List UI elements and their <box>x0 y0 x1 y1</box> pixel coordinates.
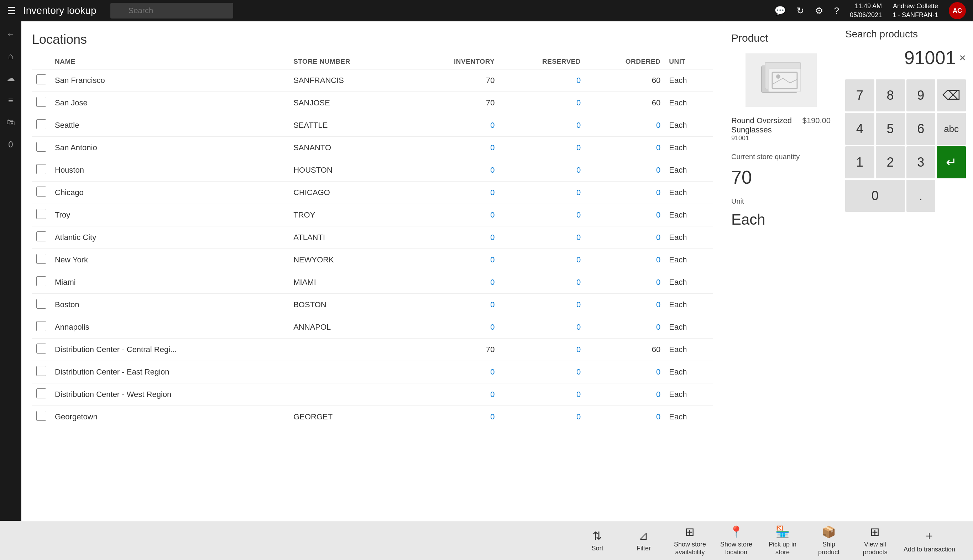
row-inventory: 0 <box>409 159 499 182</box>
row-checkbox[interactable] <box>36 388 46 398</box>
settings-icon[interactable]: ⚙ <box>815 5 823 17</box>
topbar-right: 💬 ↻ ⚙ ? 11:49 AM 05/06/2021 Andrew Colle… <box>774 2 966 20</box>
pick-up-in-store-button[interactable]: 🏪 Pick up instore <box>761 523 804 558</box>
row-check-cell[interactable] <box>32 338 50 361</box>
sort-button[interactable]: ⇅ Sort <box>576 523 619 558</box>
ship-icon: 📦 <box>822 525 836 538</box>
pickup-icon: 🏪 <box>775 525 790 538</box>
user-avatar[interactable]: AC <box>949 2 966 19</box>
row-checkbox[interactable] <box>36 343 46 353</box>
row-check-cell[interactable] <box>32 204 50 227</box>
row-checkbox[interactable] <box>36 187 46 197</box>
row-reserved: 0 <box>499 294 585 316</box>
sort-label: Sort <box>591 545 603 553</box>
show-store-location-button[interactable]: 📍 Show storelocation <box>715 523 758 558</box>
row-check-cell[interactable] <box>32 316 50 338</box>
numpad-5[interactable]: 5 <box>876 113 905 145</box>
numpad-0[interactable]: 0 <box>845 180 905 212</box>
table-row: San Jose SANJOSE 70 0 60 Each <box>32 92 713 114</box>
numpad-9[interactable]: 9 <box>906 79 936 112</box>
bag-icon: 🛍 <box>7 117 15 127</box>
numpad-close-icon[interactable]: × <box>959 51 966 65</box>
numpad-1[interactable]: 1 <box>845 146 875 178</box>
row-reserved: 0 <box>499 69 585 92</box>
filter-icon: ⊿ <box>639 529 648 543</box>
numpad-title: Search products <box>845 28 966 40</box>
sidebar-item-back[interactable]: ← <box>2 25 20 43</box>
row-check-cell[interactable] <box>32 92 50 114</box>
row-check-cell[interactable] <box>32 271 50 294</box>
row-reserved: 0 <box>499 361 585 383</box>
row-store-number: BOSTON <box>289 294 409 316</box>
refresh-icon[interactable]: ↻ <box>796 5 804 17</box>
col-store-number: STORE NUMBER <box>289 54 409 69</box>
row-checkbox[interactable] <box>36 142 46 152</box>
numpad-enter[interactable]: ↵ <box>937 146 966 178</box>
user-name: Andrew Collette <box>893 2 938 11</box>
view-all-products-button[interactable]: ⊞ View allproducts <box>854 523 896 558</box>
numpad-6[interactable]: 6 <box>906 113 936 145</box>
row-checkbox[interactable] <box>36 74 46 84</box>
search-wrapper: 🔍 <box>110 3 431 18</box>
row-check-cell[interactable] <box>32 182 50 204</box>
numpad-2[interactable]: 2 <box>876 146 905 178</box>
row-checkbox[interactable] <box>36 209 46 219</box>
row-store-number: SANANTO <box>289 137 409 159</box>
topbar-date: 05/06/2021 <box>850 11 882 20</box>
help-icon[interactable]: ? <box>834 5 839 17</box>
col-name: NAME <box>50 54 289 69</box>
show-store-availability-button[interactable]: ⊞ Show storeavailability <box>669 523 711 558</box>
numpad-8[interactable]: 8 <box>876 79 905 112</box>
row-checkbox[interactable] <box>36 97 46 107</box>
sidebar-item-cloud[interactable]: ☁ <box>2 69 20 88</box>
row-name: Atlantic City <box>50 227 289 249</box>
row-check-cell[interactable] <box>32 159 50 182</box>
ship-product-button[interactable]: 📦 Shipproduct <box>808 523 850 558</box>
chat-icon[interactable]: 💬 <box>774 5 786 17</box>
add-transaction-icon: ＋ <box>923 528 935 543</box>
row-checkbox[interactable] <box>36 321 46 331</box>
locations-table-wrapper[interactable]: NAME STORE NUMBER INVENTORY RESERVED ORD… <box>32 54 713 521</box>
row-name: Miami <box>50 271 289 294</box>
numpad-abc[interactable]: abc <box>937 113 966 145</box>
row-check-cell[interactable] <box>32 227 50 249</box>
row-unit: Each <box>665 361 713 383</box>
filter-button[interactable]: ⊿ Filter <box>622 523 665 558</box>
row-checkbox[interactable] <box>36 299 46 309</box>
row-checkbox[interactable] <box>36 366 46 376</box>
row-name: Chicago <box>50 182 289 204</box>
numpad-7[interactable]: 7 <box>845 79 875 112</box>
sidebar-item-bag[interactable]: 🛍 <box>2 113 20 132</box>
sidebar-item-menu[interactable]: ≡ <box>2 91 20 110</box>
row-check-cell[interactable] <box>32 383 50 406</box>
row-check-cell[interactable] <box>32 114 50 137</box>
row-check-cell[interactable] <box>32 249 50 271</box>
row-checkbox[interactable] <box>36 254 46 264</box>
filter-label: Filter <box>636 545 651 553</box>
numpad-3[interactable]: 3 <box>906 146 936 178</box>
row-unit: Each <box>665 338 713 361</box>
row-checkbox[interactable] <box>36 276 46 286</box>
numpad-4[interactable]: 4 <box>845 113 875 145</box>
row-unit: Each <box>665 249 713 271</box>
numpad-backspace[interactable]: ⌫ <box>937 79 966 112</box>
add-to-transaction-button[interactable]: ＋ Add to transaction <box>900 523 959 558</box>
row-check-cell[interactable] <box>32 294 50 316</box>
hamburger-icon[interactable]: ☰ <box>7 5 16 17</box>
sidebar-item-badge[interactable]: 0 <box>2 135 20 154</box>
row-check-cell[interactable] <box>32 361 50 383</box>
sort-icon: ⇅ <box>592 529 602 543</box>
row-check-cell[interactable] <box>32 137 50 159</box>
row-checkbox[interactable] <box>36 411 46 421</box>
row-checkbox[interactable] <box>36 232 46 242</box>
table-row: Boston BOSTON 0 0 0 Each <box>32 294 713 316</box>
numpad-dot[interactable]: . <box>906 180 936 212</box>
search-input[interactable] <box>110 3 233 18</box>
row-checkbox[interactable] <box>36 164 46 174</box>
row-reserved: 0 <box>499 227 585 249</box>
sidebar-item-home[interactable]: ⌂ <box>2 47 20 65</box>
row-check-cell[interactable] <box>32 69 50 92</box>
row-check-cell[interactable] <box>32 406 50 428</box>
view-all-products-label: View allproducts <box>863 541 887 556</box>
row-checkbox[interactable] <box>36 119 46 129</box>
